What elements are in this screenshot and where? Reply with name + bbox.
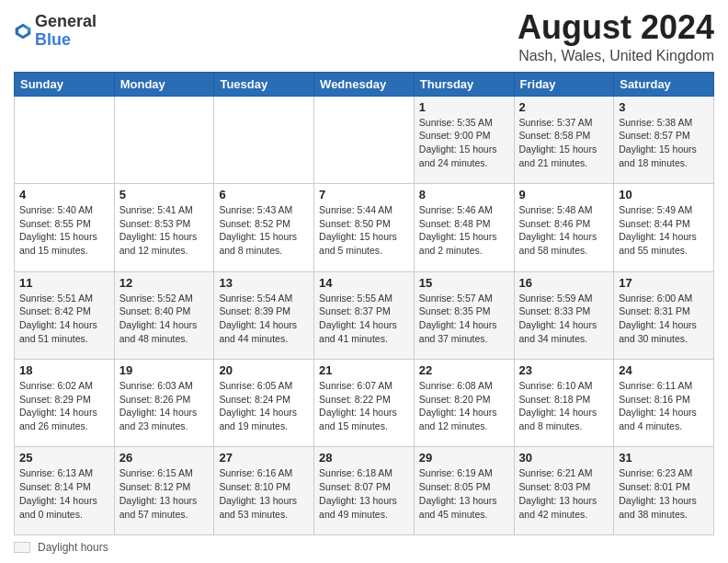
day-info: Sunrise: 6:15 AM Sunset: 8:12 PM Dayligh… [119, 466, 210, 521]
day-number: 2 [519, 100, 609, 114]
calendar-cell: 2Sunrise: 5:37 AM Sunset: 8:58 PM Daylig… [514, 96, 614, 183]
logo: General Blue [14, 13, 97, 50]
day-info: Sunrise: 5:59 AM Sunset: 8:33 PM Dayligh… [519, 292, 609, 346]
day-info: Sunrise: 5:41 AM Sunset: 8:53 PM Dayligh… [119, 203, 210, 258]
day-info: Sunrise: 5:49 AM Sunset: 8:44 PM Dayligh… [619, 203, 709, 258]
calendar-cell: 20Sunrise: 6:05 AM Sunset: 8:24 PM Dayli… [214, 360, 314, 447]
day-number: 21 [319, 363, 409, 377]
day-number: 29 [419, 451, 509, 465]
day-info: Sunrise: 6:13 AM Sunset: 8:14 PM Dayligh… [19, 466, 109, 521]
day-number: 23 [519, 363, 609, 377]
day-info: Sunrise: 6:00 AM Sunset: 8:31 PM Dayligh… [619, 292, 709, 346]
day-number: 1 [419, 100, 509, 114]
day-info: Sunrise: 6:18 AM Sunset: 8:07 PM Dayligh… [319, 466, 409, 521]
day-info: Sunrise: 5:52 AM Sunset: 8:40 PM Dayligh… [119, 292, 210, 346]
day-info: Sunrise: 5:44 AM Sunset: 8:50 PM Dayligh… [319, 203, 409, 258]
day-number: 9 [519, 188, 609, 201]
day-number: 22 [419, 363, 509, 377]
day-number: 6 [219, 188, 309, 201]
calendar-week-3: 11Sunrise: 5:51 AM Sunset: 8:42 PM Dayli… [15, 271, 714, 359]
calendar-cell [314, 96, 415, 183]
calendar-cell: 31Sunrise: 6:23 AM Sunset: 8:01 PM Dayli… [614, 447, 714, 535]
calendar-cell: 4Sunrise: 5:40 AM Sunset: 8:55 PM Daylig… [15, 184, 115, 271]
day-info: Sunrise: 5:43 AM Sunset: 8:52 PM Dayligh… [219, 203, 309, 258]
day-info: Sunrise: 5:55 AM Sunset: 8:37 PM Dayligh… [319, 292, 409, 346]
day-number: 13 [219, 276, 309, 290]
day-number: 12 [119, 276, 210, 290]
calendar-cell: 16Sunrise: 5:59 AM Sunset: 8:33 PM Dayli… [514, 271, 614, 359]
calendar-cell: 14Sunrise: 5:55 AM Sunset: 8:37 PM Dayli… [314, 271, 415, 359]
calendar-cell: 26Sunrise: 6:15 AM Sunset: 8:12 PM Dayli… [114, 447, 214, 535]
logo-blue-text: Blue [35, 30, 71, 49]
calendar-cell: 24Sunrise: 6:11 AM Sunset: 8:16 PM Dayli… [614, 360, 714, 447]
calendar-cell: 28Sunrise: 6:18 AM Sunset: 8:07 PM Dayli… [314, 447, 415, 535]
calendar-cell: 19Sunrise: 6:03 AM Sunset: 8:26 PM Dayli… [114, 360, 214, 447]
day-info: Sunrise: 6:02 AM Sunset: 8:29 PM Dayligh… [19, 379, 109, 433]
day-info: Sunrise: 6:11 AM Sunset: 8:16 PM Dayligh… [619, 379, 709, 433]
calendar-header-row: SundayMondayTuesdayWednesdayThursdayFrid… [15, 72, 714, 96]
day-number: 7 [319, 188, 409, 201]
day-info: Sunrise: 5:46 AM Sunset: 8:48 PM Dayligh… [419, 203, 509, 258]
footer: Daylight hours [14, 535, 714, 554]
calendar-cell: 22Sunrise: 6:08 AM Sunset: 8:20 PM Dayli… [414, 360, 514, 447]
month-title: August 2024 [518, 9, 714, 46]
logo-icon [14, 22, 32, 40]
calendar-cell: 13Sunrise: 5:54 AM Sunset: 8:39 PM Dayli… [214, 271, 314, 359]
calendar-week-4: 18Sunrise: 6:02 AM Sunset: 8:29 PM Dayli… [15, 360, 714, 447]
calendar-cell: 3Sunrise: 5:38 AM Sunset: 8:57 PM Daylig… [614, 96, 714, 183]
calendar-week-5: 25Sunrise: 6:13 AM Sunset: 8:14 PM Dayli… [15, 447, 714, 535]
legend-label: Daylight hours [38, 541, 108, 554]
calendar-cell: 7Sunrise: 5:44 AM Sunset: 8:50 PM Daylig… [314, 184, 415, 271]
calendar-cell [114, 96, 214, 183]
day-number: 5 [119, 188, 210, 201]
calendar-header-friday: Friday [514, 72, 614, 96]
calendar-week-1: 1Sunrise: 5:35 AM Sunset: 9:00 PM Daylig… [15, 96, 714, 183]
day-info: Sunrise: 5:48 AM Sunset: 8:46 PM Dayligh… [519, 203, 609, 258]
calendar-cell: 23Sunrise: 6:10 AM Sunset: 8:18 PM Dayli… [514, 360, 614, 447]
calendar-cell: 27Sunrise: 6:16 AM Sunset: 8:10 PM Dayli… [214, 447, 314, 535]
calendar-cell: 29Sunrise: 6:19 AM Sunset: 8:05 PM Dayli… [414, 447, 514, 535]
calendar-table: SundayMondayTuesdayWednesdayThursdayFrid… [14, 72, 714, 535]
day-number: 24 [619, 363, 709, 377]
day-number: 16 [519, 276, 609, 290]
calendar-header-tuesday: Tuesday [214, 72, 314, 96]
title-block: August 2024 Nash, Wales, United Kingdom [518, 9, 714, 64]
day-number: 28 [319, 451, 409, 465]
calendar-cell: 18Sunrise: 6:02 AM Sunset: 8:29 PM Dayli… [15, 360, 115, 447]
calendar-cell: 9Sunrise: 5:48 AM Sunset: 8:46 PM Daylig… [514, 184, 614, 271]
day-info: Sunrise: 6:23 AM Sunset: 8:01 PM Dayligh… [619, 466, 709, 521]
calendar-cell: 17Sunrise: 6:00 AM Sunset: 8:31 PM Dayli… [614, 271, 714, 359]
calendar-cell: 30Sunrise: 6:21 AM Sunset: 8:03 PM Dayli… [514, 447, 614, 535]
calendar-cell [214, 96, 314, 183]
day-info: Sunrise: 6:08 AM Sunset: 8:20 PM Dayligh… [419, 379, 509, 433]
day-number: 8 [419, 188, 509, 201]
day-number: 10 [619, 188, 709, 201]
calendar-cell: 10Sunrise: 5:49 AM Sunset: 8:44 PM Dayli… [614, 184, 714, 271]
calendar-cell: 1Sunrise: 5:35 AM Sunset: 9:00 PM Daylig… [414, 96, 514, 183]
calendar-week-2: 4Sunrise: 5:40 AM Sunset: 8:55 PM Daylig… [15, 184, 714, 271]
day-info: Sunrise: 5:35 AM Sunset: 9:00 PM Dayligh… [419, 116, 509, 170]
day-info: Sunrise: 5:40 AM Sunset: 8:55 PM Dayligh… [19, 203, 109, 258]
day-info: Sunrise: 5:51 AM Sunset: 8:42 PM Dayligh… [19, 292, 109, 346]
day-number: 30 [519, 451, 609, 465]
calendar-header-sunday: Sunday [15, 72, 115, 96]
day-info: Sunrise: 6:21 AM Sunset: 8:03 PM Dayligh… [519, 466, 609, 521]
day-info: Sunrise: 6:10 AM Sunset: 8:18 PM Dayligh… [519, 379, 609, 433]
calendar-cell: 6Sunrise: 5:43 AM Sunset: 8:52 PM Daylig… [214, 184, 314, 271]
day-number: 17 [619, 276, 709, 290]
day-number: 11 [19, 276, 109, 290]
day-number: 15 [419, 276, 509, 290]
day-number: 3 [619, 100, 709, 114]
location: Nash, Wales, United Kingdom [518, 48, 714, 64]
calendar-cell: 12Sunrise: 5:52 AM Sunset: 8:40 PM Dayli… [114, 271, 214, 359]
day-info: Sunrise: 6:16 AM Sunset: 8:10 PM Dayligh… [219, 466, 309, 521]
day-number: 27 [219, 451, 309, 465]
legend-box [14, 542, 30, 553]
day-info: Sunrise: 5:54 AM Sunset: 8:39 PM Dayligh… [219, 292, 309, 346]
day-info: Sunrise: 6:05 AM Sunset: 8:24 PM Dayligh… [219, 379, 309, 433]
calendar-header-thursday: Thursday [414, 72, 514, 96]
page: General Blue August 2024 Nash, Wales, Un… [0, 0, 728, 563]
calendar-header-saturday: Saturday [614, 72, 714, 96]
calendar-header-wednesday: Wednesday [314, 72, 415, 96]
day-number: 26 [119, 451, 210, 465]
